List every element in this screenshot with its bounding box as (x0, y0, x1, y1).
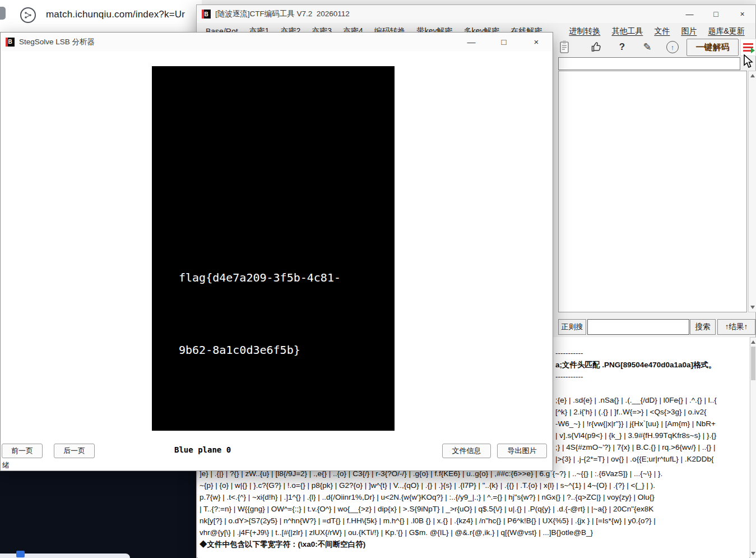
result-jump-button[interactable]: ↑结果↑ (717, 319, 755, 335)
next-page-button[interactable]: 后一页 (54, 444, 95, 458)
regex-search-input[interactable] (587, 319, 689, 335)
thumbs-up-icon[interactable] (589, 40, 604, 54)
ctf-window-controls: — □ × (676, 5, 755, 23)
file-info-button[interactable]: 文件信息 (442, 444, 491, 458)
result-line-highlighted: | S== | y== | y== | v== (555, 382, 749, 394)
clipboard-icon (559, 40, 570, 54)
result-line: [^k} | 2.i{'h} | (.{} | ]f..W{=>} | <Qs{… (555, 406, 749, 418)
menu-item-image[interactable]: 图片 (675, 26, 702, 36)
app-list-icon[interactable] (740, 39, 756, 56)
stegsolve-titlebar[interactable]: B StegSolve LSB 分析器 — □ × (1, 33, 553, 51)
prev-page-button[interactable]: 前一页 (2, 444, 43, 458)
menu-item-other-tools[interactable]: 其他工具 (606, 26, 648, 36)
flag-line-2: 9b62-8a1c0d3e6f5b} (179, 338, 341, 362)
ctf-app-icon: B (202, 10, 211, 19)
menu-item-file[interactable]: 文件 (648, 26, 675, 36)
menu-item-base-convert[interactable]: 进制转换 (563, 26, 606, 36)
paste-icon[interactable] (558, 40, 571, 54)
result-line: |>{3} | .j-{2*=T} | ov{} | .o{{E;ur|r^tu… (555, 453, 749, 465)
minimize-button[interactable]: — (676, 5, 703, 23)
scroll-down-icon[interactable] (750, 306, 755, 309)
upload-circle: ↑ (666, 41, 679, 53)
scrollbar-thumb[interactable] (751, 347, 755, 380)
result-line: vhr@{y[\} | .j4F{+J9\} | t..[#{|zlr} | z… (200, 527, 749, 538)
stegsolve-window-controls: — □ × (455, 33, 553, 51)
stego-image: flag{d4e7a209-3f5b-4c81- 9b62-8a1c0d3e6f… (152, 66, 395, 431)
flag-line-1: flag{d4e7a209-3f5b-4c81- (179, 266, 341, 290)
result-line: nk[y[?} | o.dY>{S7(2y5} | n^hn{W?} | =dT… (200, 515, 749, 527)
minimize-button[interactable]: — (455, 33, 488, 51)
scroll-up-icon[interactable] (750, 74, 755, 77)
screen: match.ichunqiu.com/index?k=Ur B [随波逐流]CT… (0, 0, 756, 558)
stegsolve-app-icon: B (6, 38, 15, 47)
browser-page-background (0, 471, 196, 558)
close-button[interactable]: × (520, 33, 553, 51)
result-separator: ----------- (555, 347, 749, 359)
ctf-window-title: [随波逐流]CTF编码工具 V7.2 20260112 (215, 9, 350, 19)
results-top-block: ----------- a;文件头匹配 .PNG[89504e470d0a1a0… (555, 347, 749, 465)
maximize-button[interactable]: □ (488, 33, 520, 51)
share-dots-icon (24, 11, 32, 19)
result-separator: ----------- (555, 371, 749, 382)
mouse-cursor-icon (742, 54, 754, 69)
results-scrollbar[interactable] (750, 337, 756, 558)
scroll-up-icon[interactable] (751, 340, 755, 344)
stegsolve-window-title: StegSolve LSB 分析器 (19, 37, 95, 47)
maximize-button[interactable]: □ (703, 5, 729, 23)
upload-icon[interactable]: ↑ (665, 40, 680, 54)
main-scrollbar[interactable] (748, 71, 756, 312)
site-info-icon[interactable] (20, 7, 36, 23)
result-line: ;{e} | .sd{e} | .nSa{} | .(.__{/dD} | l0… (555, 394, 749, 406)
help-icon[interactable]: ? (615, 40, 629, 54)
partial-extension-icon[interactable] (0, 7, 6, 20)
browser-window: match.ichunqiu.com/index?k=Ur (0, 0, 202, 32)
status-text: 绪 (2, 460, 10, 471)
ctf-key-input[interactable] (558, 57, 740, 70)
scroll-down-icon[interactable] (751, 552, 755, 555)
zero-width-note: ◆文件中包含以下零宽字符：(\xa0:不间断空白符) (200, 538, 749, 550)
plane-label: Blue plane 0 (174, 445, 231, 454)
result-line: -W6_~} | !r{vw{|x|r''}} | j{Hx`[uu} | [A… (555, 418, 749, 430)
close-button[interactable]: × (729, 5, 755, 23)
one-click-decode-button[interactable]: 一键解码 (687, 39, 739, 56)
search-button[interactable]: 搜索 (690, 319, 716, 335)
thumbs-up-glyph (590, 40, 603, 54)
menu-item-update[interactable]: 题库&更新 (702, 26, 750, 36)
ctf-titlebar[interactable]: B [随波逐流]CTF编码工具 V7.2 20260112 — □ × (197, 5, 755, 23)
stegsolve-window: B StegSolve LSB 分析器 — □ × flag{d4e7a209-… (0, 32, 553, 471)
regex-search-label[interactable]: 正则搜 (558, 319, 586, 335)
result-line: ;} | 4S{#zmO~'?} | 7{x} | B.C.{} | rq.>6… (555, 441, 749, 453)
result-line: ~{p} | {o} | w|{} | }.c?{G?} | !.o={} | … (200, 479, 749, 491)
edit-icon[interactable]: ✎ (640, 40, 655, 54)
result-header: a;文件头匹配 .PNG[89504e470d0a1a0a]格式。 (555, 359, 749, 371)
page-blue-icon (16, 551, 25, 557)
results-bottom-block: ]e} | .{|} | ?{} | zW..{u} | [l8{/9J=2} … (200, 468, 749, 550)
result-line: p.7{w} | .t<.{^} | ~xi{d!h} | .]1^{} | .… (200, 491, 749, 503)
ctf-main-text-area[interactable] (558, 71, 747, 312)
export-image-button[interactable]: 导出图片 (497, 444, 547, 458)
result-line: | T..{?:=n} | W{{gng} | OW^={:;} | t.v.{… (200, 503, 749, 515)
browser-url[interactable]: match.ichunqiu.com/index?k=Ur (46, 9, 185, 20)
flag-text: flag{d4e7a209-3f5b-4c81- 9b62-8a1c0d3e6f… (179, 218, 341, 411)
result-line: | v].s{Vl4(p9<} | {k_} | 3.9#{fH.99TqKfr… (555, 430, 749, 441)
